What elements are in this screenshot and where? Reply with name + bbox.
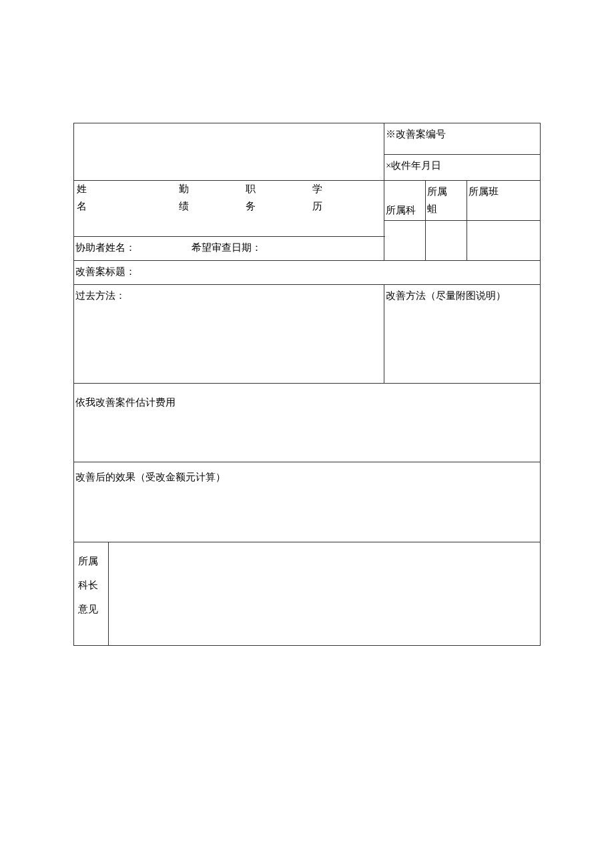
edu-label-2: 历	[284, 198, 350, 215]
cost-label: 依我改善案件估计费用	[75, 397, 176, 408]
case-title-cell[interactable]: 改善案标题：	[74, 261, 541, 285]
dept-class-label-cell: 所属班	[467, 181, 541, 221]
recv-date-label: ×收件年月日	[386, 160, 441, 171]
dept-section-label-cell: 所属科	[384, 181, 426, 221]
dept-group-label-cell: 所属 蛆	[426, 181, 467, 221]
effect-label: 改善后的效果（受改金额元计算）	[75, 472, 226, 482]
dept-class-label: 所属班	[469, 186, 499, 197]
perf-label-2: 绩	[150, 198, 217, 215]
opinion-label-2: 科长	[78, 573, 104, 597]
form-page: ※改善案编号 ×收件年月日 姓 名 勤 绩 职 务	[0, 0, 614, 868]
helper-review-cell[interactable]: 协助者姓名： 希望审查日期：	[74, 237, 384, 261]
review-date-label: 希望审查日期：	[192, 240, 262, 257]
effect-cell[interactable]: 改善后的效果（受改金额元计算）	[74, 462, 541, 542]
improve-method-cell[interactable]: 改善方法（尽量附图说明）	[384, 285, 541, 384]
cost-cell[interactable]: 依我改善案件估计费用	[74, 384, 541, 462]
dept-group-value[interactable]	[426, 221, 467, 261]
top-left-blank	[74, 123, 384, 181]
opinion-label-3: 意见	[78, 597, 104, 621]
dept-group-label-2: 蛆	[427, 201, 465, 218]
duty-label-1: 职	[217, 181, 284, 198]
name-label-2: 名	[77, 198, 150, 215]
perf-label-1: 勤	[150, 181, 217, 198]
case-title-label: 改善案标题：	[75, 266, 135, 277]
dept-section-value[interactable]	[384, 221, 426, 261]
opinion-label-1: 所属	[78, 549, 104, 573]
personal-info-cell[interactable]: 姓 名 勤 绩 职 务 学 历	[74, 181, 384, 237]
past-method-cell[interactable]: 过去方法：	[74, 285, 384, 384]
dept-class-value[interactable]	[467, 221, 541, 261]
opinion-value-cell[interactable]	[109, 542, 541, 646]
dept-group-label-1: 所属	[427, 183, 465, 201]
name-label-1: 姓	[77, 181, 150, 198]
past-method-label: 过去方法：	[75, 290, 125, 301]
edu-label-1: 学	[284, 181, 350, 198]
case-number-label: ※改善案编号	[386, 129, 446, 139]
recv-date-cell[interactable]: ×收件年月日	[384, 155, 541, 181]
improve-method-label: 改善方法（尽量附图说明）	[386, 290, 506, 301]
duty-label-2: 务	[217, 198, 284, 215]
helper-label: 协助者姓名：	[75, 240, 189, 257]
form-table: ※改善案编号 ×收件年月日 姓 名 勤 绩 职 务	[73, 123, 541, 646]
case-number-cell[interactable]: ※改善案编号	[384, 123, 541, 155]
opinion-label-cell: 所属 科长 意见	[74, 542, 109, 646]
dept-section-label: 所属科	[386, 205, 416, 215]
